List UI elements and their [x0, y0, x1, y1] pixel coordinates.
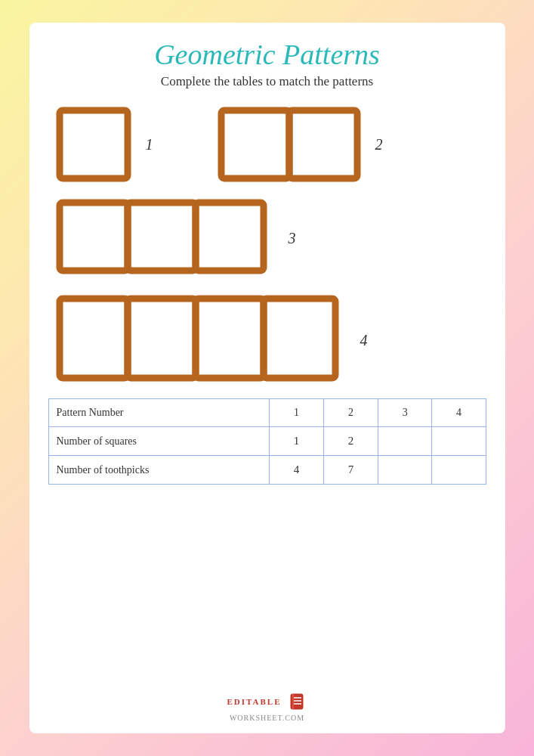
squares-val-3	[378, 427, 432, 456]
pattern-4-svg	[52, 291, 347, 389]
pattern-3-group: 3	[52, 195, 296, 282]
header-1: 1	[269, 399, 323, 427]
toothpicks-val-1: 4	[269, 456, 323, 485]
squares-row: Number of squares 1 2	[48, 427, 486, 456]
pattern-2-label: 2	[375, 136, 383, 153]
svg-rect-1	[221, 110, 289, 178]
squares-val-4	[432, 427, 486, 456]
pattern-3-svg	[52, 195, 275, 282]
data-table: Pattern Number 1 2 3 4 Number of squares…	[48, 398, 486, 485]
footer-website: WORKSHEET.COM	[230, 714, 304, 722]
pattern-2-svg	[214, 103, 365, 186]
row-4: 4	[52, 291, 483, 389]
header-4: 4	[432, 399, 486, 427]
toothpicks-label: Number of toothpicks	[48, 456, 269, 485]
svg-rect-7	[128, 299, 196, 378]
page-title: Geometric Patterns	[154, 38, 380, 71]
pattern-4-label: 4	[360, 332, 368, 349]
svg-rect-0	[60, 110, 128, 178]
pattern-1-label: 1	[146, 136, 153, 153]
squares-label: Number of squares	[48, 427, 269, 456]
toothpicks-val-3	[378, 456, 432, 485]
page-subtitle: Complete the tables to match the pattern…	[161, 74, 373, 89]
patterns-area: 1 2 3	[52, 103, 483, 391]
squares-val-2: 2	[323, 427, 378, 456]
notebook-icon	[286, 691, 307, 712]
svg-rect-5	[196, 203, 264, 271]
pattern-1-svg	[52, 103, 135, 186]
toothpicks-val-4	[432, 456, 486, 485]
header-label: Pattern Number	[48, 399, 269, 427]
svg-rect-11	[292, 694, 294, 709]
svg-rect-9	[264, 299, 335, 378]
table-header-row: Pattern Number 1 2 3 4	[48, 399, 486, 427]
pattern-2-group: 2	[214, 103, 383, 186]
footer: EDITABLE WORKSHEET.COM	[227, 691, 307, 722]
pattern-1-group: 1	[52, 103, 153, 186]
worksheet-page: Geometric Patterns Complete the tables t…	[29, 23, 505, 733]
header-3: 3	[378, 399, 432, 427]
row-3: 3	[52, 195, 483, 282]
svg-rect-2	[289, 110, 357, 178]
header-2: 2	[323, 399, 378, 427]
svg-rect-4	[128, 203, 196, 271]
pattern-3-label: 3	[289, 230, 296, 247]
footer-brand: EDITABLE	[227, 691, 307, 712]
toothpicks-val-2: 7	[323, 456, 378, 485]
pattern-4-group: 4	[52, 291, 368, 389]
squares-val-1: 1	[269, 427, 323, 456]
row-1-2: 1 2	[52, 103, 483, 186]
toothpicks-row: Number of toothpicks 4 7	[48, 456, 486, 485]
svg-rect-6	[60, 299, 128, 378]
svg-rect-3	[60, 203, 128, 271]
footer-brand-text: EDITABLE	[227, 697, 281, 706]
svg-rect-8	[196, 299, 264, 378]
